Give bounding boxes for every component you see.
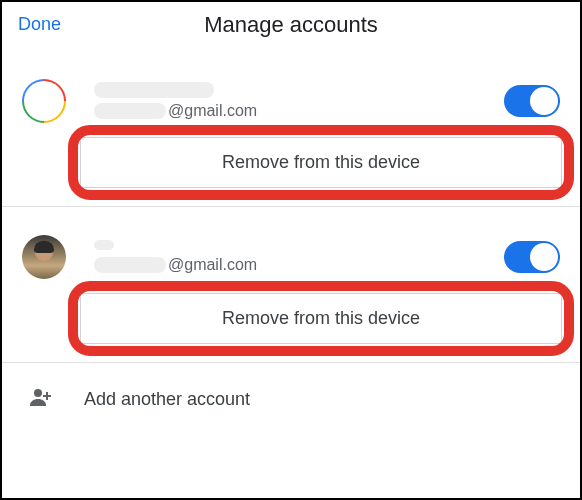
remove-from-device-button[interactable]: Remove from this device bbox=[80, 293, 562, 344]
account-email: @gmail.com bbox=[94, 102, 492, 120]
email-user-redacted bbox=[94, 257, 166, 273]
account-section: @gmail.com Remove from this device bbox=[2, 207, 580, 363]
header: Done Manage accounts bbox=[2, 2, 580, 51]
account-name-redacted bbox=[94, 240, 114, 250]
account-section: @gmail.com Remove from this device bbox=[2, 51, 580, 207]
avatar bbox=[22, 235, 66, 279]
account-info: @gmail.com bbox=[94, 82, 492, 120]
done-button[interactable]: Done bbox=[18, 14, 61, 35]
person-add-icon bbox=[26, 385, 54, 413]
add-another-account-row[interactable]: Add another account bbox=[2, 363, 580, 413]
svg-rect-2 bbox=[43, 395, 51, 397]
remove-button-wrap: Remove from this device bbox=[80, 137, 562, 188]
account-name-redacted bbox=[94, 82, 214, 98]
page-title: Manage accounts bbox=[204, 12, 378, 38]
add-another-account-label: Add another account bbox=[84, 389, 250, 410]
avatar bbox=[22, 79, 66, 123]
svg-point-0 bbox=[34, 389, 42, 397]
account-row: @gmail.com bbox=[2, 207, 580, 279]
account-email: @gmail.com bbox=[94, 256, 492, 274]
account-toggle[interactable] bbox=[504, 85, 560, 117]
account-toggle[interactable] bbox=[504, 241, 560, 273]
email-domain: @gmail.com bbox=[168, 256, 257, 274]
account-row: @gmail.com bbox=[2, 51, 580, 123]
remove-button-wrap: Remove from this device bbox=[80, 293, 562, 344]
remove-from-device-button[interactable]: Remove from this device bbox=[80, 137, 562, 188]
account-info: @gmail.com bbox=[94, 240, 492, 274]
email-user-redacted bbox=[94, 103, 166, 119]
email-domain: @gmail.com bbox=[168, 102, 257, 120]
